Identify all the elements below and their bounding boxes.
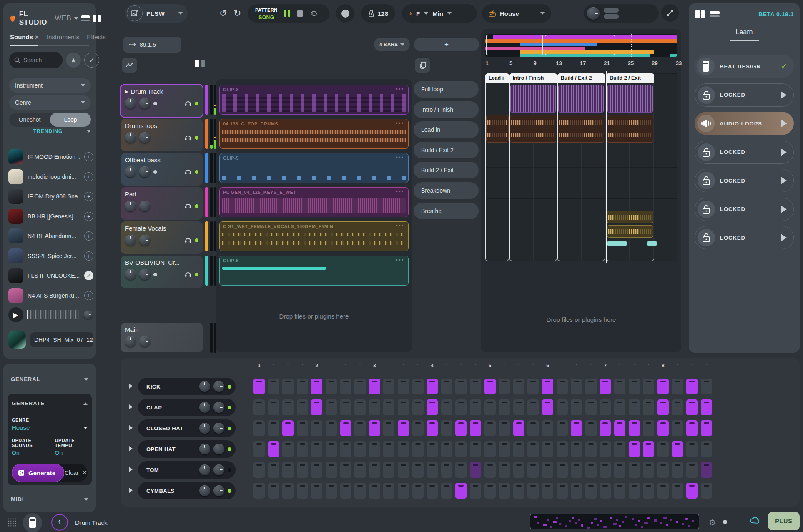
app-logo[interactable]: FL STUDIO WEB: [9, 10, 101, 27]
step-open-hat-16[interactable]: [470, 441, 481, 457]
step-closed-hat-31[interactable]: [686, 420, 698, 436]
row-volume-knob[interactable]: [199, 381, 210, 392]
arrangement-minimap[interactable]: [485, 34, 677, 57]
sample-row[interactable]: BB HR [[Genesis]...+: [8, 207, 93, 226]
pattern-song-toggle[interactable]: PATTERN SONG: [255, 6, 278, 21]
step-open-hat-17[interactable]: [484, 441, 496, 457]
sample-row[interactable]: N4 BL Abandonn...+: [8, 227, 93, 245]
tab-sounds[interactable]: Sounds✕: [10, 33, 39, 40]
volume-knob[interactable]: [125, 201, 136, 211]
expand-icon[interactable]: [129, 488, 133, 493]
step-cymbals-22[interactable]: [557, 483, 568, 499]
sequencer-row-cymbals[interactable]: CYMBALS: [138, 482, 236, 499]
pause-button[interactable]: [284, 10, 290, 17]
step-open-hat-21[interactable]: [542, 441, 553, 457]
track-height-toggle[interactable]: [604, 8, 619, 19]
sample-add-button[interactable]: +: [84, 251, 93, 261]
pan-knob[interactable]: [139, 132, 150, 143]
chevron-down-icon[interactable]: [424, 12, 428, 15]
step-kick-17[interactable]: [484, 379, 496, 394]
project-menu[interactable]: FLSW: [125, 4, 188, 23]
channel-number[interactable]: 1: [51, 514, 68, 531]
plus-upgrade-button[interactable]: PLUS: [768, 512, 800, 530]
step-tom-3[interactable]: [282, 462, 294, 478]
step-tom-32[interactable]: [701, 462, 712, 478]
oneshot-option[interactable]: Oneshot: [9, 113, 50, 127]
play-icon[interactable]: [781, 234, 787, 241]
step-tom-11[interactable]: [398, 462, 409, 478]
learn-title[interactable]: Learn: [689, 28, 800, 36]
expand-icon[interactable]: [129, 404, 133, 409]
step-open-hat-13[interactable]: [427, 441, 438, 457]
sample-row[interactable]: IF MOOD Emotion ...+: [8, 148, 93, 166]
step-kick-26[interactable]: [614, 379, 625, 394]
step-clap-22[interactable]: [557, 399, 568, 415]
step-cymbals-24[interactable]: [585, 483, 597, 499]
row-pan-knob[interactable]: [213, 485, 224, 496]
horizontal-layout-icon[interactable]: [81, 15, 90, 22]
clip-view-toggle[interactable]: [195, 60, 205, 67]
play-icon[interactable]: [781, 91, 787, 99]
step-cymbals-6[interactable]: [326, 483, 337, 499]
step-tom-10[interactable]: [383, 462, 394, 478]
generate-section-header[interactable]: GENERATE: [12, 400, 88, 407]
arrangement-ruler[interactable]: 159131721252933: [485, 60, 677, 69]
step-tom-9[interactable]: [369, 462, 380, 478]
step-clap-9[interactable]: [369, 399, 380, 415]
key-value[interactable]: F: [416, 10, 420, 17]
preview-play-button[interactable]: ▶: [8, 307, 23, 322]
step-cymbals-18[interactable]: [499, 483, 510, 499]
step-kick-13[interactable]: [427, 379, 438, 394]
step-kick-29[interactable]: [657, 379, 669, 394]
step-kick-30[interactable]: [672, 379, 683, 394]
step-cymbals-17[interactable]: [484, 483, 496, 499]
step-closed-hat-28[interactable]: [643, 420, 654, 436]
expand-icon[interactable]: [129, 425, 133, 430]
step-cymbals-21[interactable]: [542, 483, 553, 499]
step-cymbals-7[interactable]: [340, 483, 351, 499]
clip-3[interactable]: CLIP-5•••: [219, 153, 409, 183]
step-kick-8[interactable]: [354, 379, 366, 394]
arrangement-clip-bv[interactable]: [607, 241, 627, 246]
step-open-hat-9[interactable]: [369, 441, 380, 457]
row-pan-knob[interactable]: [213, 402, 224, 413]
sample-added-check-icon[interactable]: ✓: [84, 271, 93, 280]
headphones-icon[interactable]: [185, 100, 191, 106]
arrangement-clip-vocals[interactable]: [607, 225, 653, 238]
step-open-hat-1[interactable]: [253, 441, 265, 457]
step-kick-31[interactable]: [686, 379, 698, 394]
clip-menu-icon[interactable]: •••: [396, 86, 404, 92]
step-kick-16[interactable]: [470, 379, 481, 394]
preview-waveform[interactable]: [27, 310, 79, 319]
row-pan-knob[interactable]: [213, 464, 224, 475]
sort-chevron-icon[interactable]: [87, 130, 91, 133]
step-kick-32[interactable]: [701, 379, 712, 394]
step-tom-15[interactable]: [455, 462, 467, 478]
section-chip-intro-finish[interactable]: Intro / Finish: [414, 101, 479, 118]
track-header-drum-track[interactable]: ▶Drum Track: [121, 85, 203, 117]
step-open-hat-32[interactable]: [701, 441, 712, 457]
step-clap-19[interactable]: [513, 399, 524, 415]
row-volume-knob[interactable]: [199, 464, 210, 475]
section-chip-lead-in[interactable]: Lead in: [414, 121, 479, 138]
project-art-icon[interactable]: [127, 5, 143, 21]
step-cymbals-32[interactable]: [701, 483, 712, 499]
sample-row[interactable]: N4 AFS BurgerRu...+: [8, 286, 93, 305]
section-chip-breakdown[interactable]: Breakdown: [414, 182, 479, 199]
close-icon[interactable]: ✕: [35, 34, 39, 40]
step-tom-18[interactable]: [499, 462, 510, 478]
clip-menu-icon[interactable]: •••: [396, 120, 404, 126]
learn-item-locked[interactable]: LOCKED: [695, 226, 794, 249]
step-tom-5[interactable]: [311, 462, 322, 478]
section-tab[interactable]: Build 2 / Exit: [606, 73, 654, 83]
step-closed-hat-4[interactable]: [297, 420, 308, 436]
track-header-main[interactable]: Main: [121, 323, 203, 352]
step-kick-9[interactable]: [369, 379, 380, 394]
step-tom-12[interactable]: [412, 462, 424, 478]
sample-row[interactable]: melodic loop dmi...+: [8, 168, 93, 186]
step-tom-17[interactable]: [484, 462, 496, 478]
step-open-hat-30[interactable]: [672, 441, 683, 457]
step-tom-29[interactable]: [657, 462, 669, 478]
step-closed-hat-32[interactable]: [701, 420, 712, 436]
pan-knob[interactable]: [139, 201, 150, 211]
